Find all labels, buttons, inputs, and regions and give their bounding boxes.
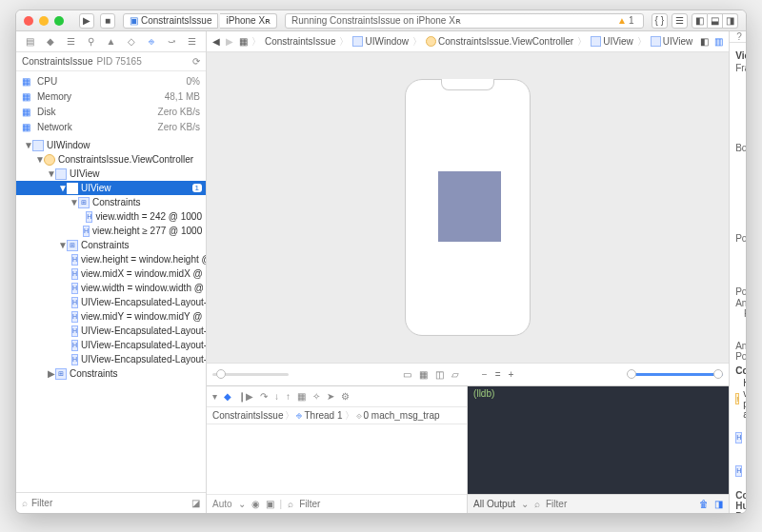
debug-view-icon[interactable]: ▦ bbox=[297, 391, 306, 402]
step-out-icon[interactable]: ↑ bbox=[286, 391, 291, 402]
toggle-debug-button[interactable]: ⬓ bbox=[708, 13, 723, 29]
navigator-filter-input[interactable] bbox=[31, 498, 191, 508]
refresh-icon[interactable]: ⟳ bbox=[192, 56, 200, 67]
eye-icon[interactable]: ◉ bbox=[251, 499, 260, 509]
clip-icon[interactable]: ▭ bbox=[403, 369, 411, 380]
gauge-cpu[interactable]: ▦CPU0% bbox=[22, 73, 200, 89]
adjust-editor-button[interactable]: ◧ bbox=[698, 36, 711, 47]
back-button[interactable]: ◀ bbox=[211, 36, 222, 47]
tree-row-selected[interactable]: ▼UIView1 bbox=[16, 181, 206, 195]
tree-row[interactable]: ▼⊞Constraints bbox=[16, 238, 206, 252]
process-header[interactable]: ConstraintsIssue PID 75165 ⟳ bbox=[16, 52, 206, 71]
stop-button[interactable]: ■ bbox=[100, 13, 115, 29]
variables-filter-input[interactable] bbox=[299, 499, 461, 509]
tree-row[interactable]: ▼⊞Constraints bbox=[16, 195, 206, 209]
console-filter-input[interactable] bbox=[546, 499, 693, 509]
memory-graph-icon[interactable]: ✧ bbox=[312, 391, 320, 402]
gauge-disk[interactable]: ▦DiskZero KB/s bbox=[22, 104, 200, 119]
layers-icon[interactable]: ▱ bbox=[451, 369, 459, 380]
warning-icon: ! bbox=[735, 393, 739, 404]
jump-seg[interactable]: ConstraintsIssue.ViewController bbox=[424, 36, 575, 47]
tree-row[interactable]: HUIView-Encapsulated-Layout-… bbox=[16, 338, 206, 352]
jump-seg[interactable]: ConstraintsIssue bbox=[263, 36, 337, 47]
jump-seg[interactable]: UIView bbox=[649, 36, 695, 47]
tree-row[interactable]: Hview.midX = window.midX @ 1… bbox=[16, 266, 206, 281]
debug-breadcrumb[interactable]: ConstraintsIssue〉 ⎆Thread 1〉 ⟐0 mach_msg… bbox=[207, 407, 467, 424]
navigator-tabs[interactable]: ▤ ◆ ☰ ⚲ ▲ ◇ ⎆ ⤻ ☰ bbox=[16, 31, 206, 52]
orient-3d-icon[interactable]: ◫ bbox=[435, 369, 444, 380]
selected-uiview[interactable] bbox=[438, 171, 501, 242]
toggle-inspector-button[interactable]: ◨ bbox=[723, 13, 738, 29]
process-pid: PID 75165 bbox=[96, 56, 141, 67]
tree-row[interactable]: Hview.midY = window.midY @ 1… bbox=[16, 309, 206, 324]
toggle-split-icon[interactable]: ◨ bbox=[714, 499, 723, 509]
tree-row[interactable]: Hview.width = window.width @ 1… bbox=[16, 281, 206, 295]
jump-bar[interactable]: ◀ ▶ ▦ 〉 ConstraintsIssue〉 UIWindow〉 Cons… bbox=[207, 31, 729, 52]
zoom-in-button[interactable]: + bbox=[509, 369, 514, 380]
variables-scope-label[interactable]: Auto bbox=[212, 499, 232, 509]
find-nav-icon[interactable]: ⚲ bbox=[84, 36, 97, 47]
gauge-memory[interactable]: ▦Memory48,1 MB bbox=[22, 89, 200, 104]
constraint-item[interactable]: Hself.height ≥ 277 @ 1000 bbox=[735, 455, 740, 486]
help-inspector-icon[interactable]: ? bbox=[736, 31, 742, 42]
breakpoints-icon[interactable]: ◆ bbox=[224, 391, 231, 402]
toggle-navigator-button[interactable]: ◧ bbox=[692, 13, 708, 29]
filter-scope-icon[interactable]: ◪ bbox=[191, 498, 200, 508]
env-icon[interactable]: ⚙ bbox=[341, 391, 350, 402]
editor-options-button[interactable]: ☰ bbox=[672, 13, 688, 29]
tree-row[interactable]: Hview.width = 242 @ 1000 bbox=[16, 209, 206, 224]
zoom-out-button[interactable]: − bbox=[482, 369, 488, 380]
issue-badge[interactable]: ▲1 bbox=[614, 15, 636, 26]
scheme-selector[interactable]: ▣ConstraintsIssue iPhone Xʀ bbox=[123, 13, 277, 29]
step-in-icon[interactable]: ↓ bbox=[274, 391, 279, 402]
output-scope-label[interactable]: All Output bbox=[473, 499, 515, 509]
console-output[interactable]: (lldb) bbox=[468, 386, 729, 494]
hierarchy-icon[interactable]: ▦ bbox=[237, 36, 250, 47]
tree-row[interactable]: ▼ConstraintsIssue.ViewController bbox=[16, 152, 206, 167]
tree-row[interactable]: Hview.height ≥ 277 @ 1000 bbox=[16, 224, 206, 238]
breakpoint-nav-icon[interactable]: ⤻ bbox=[165, 36, 178, 47]
library-button[interactable]: { } bbox=[652, 13, 668, 29]
test-nav-icon[interactable]: ◇ bbox=[125, 36, 138, 47]
report-nav-icon[interactable]: ☰ bbox=[185, 36, 198, 47]
constraint-warning[interactable]: !Height and vertical position are ambigu… bbox=[735, 378, 740, 420]
tree-row[interactable]: ▼UIWindow bbox=[16, 138, 206, 152]
forward-button[interactable]: ▶ bbox=[224, 36, 235, 47]
close-icon[interactable] bbox=[24, 16, 33, 26]
run-button[interactable]: ▶ bbox=[79, 13, 94, 29]
minimize-icon[interactable] bbox=[39, 16, 49, 26]
location-icon[interactable]: ➤ bbox=[327, 391, 334, 402]
tree-row[interactable]: HUIView-Encapsulated-Layout-L… bbox=[16, 295, 206, 309]
tree-row[interactable]: HUIView-Encapsulated-Layout-T… bbox=[16, 324, 206, 338]
zoom-icon[interactable] bbox=[54, 16, 64, 26]
tree-row[interactable]: ▼UIView bbox=[16, 167, 206, 181]
constraints-icon[interactable]: ▦ bbox=[419, 369, 428, 380]
quicklook-icon[interactable]: ▣ bbox=[266, 499, 274, 509]
debug-nav-icon[interactable]: ⎆ bbox=[145, 36, 158, 47]
toggle-debug-icon[interactable]: ▾ bbox=[212, 391, 217, 402]
clear-console-button[interactable]: 🗑 bbox=[699, 499, 709, 509]
inspector-tabs[interactable]: ▭ ? ▯ bbox=[730, 31, 746, 43]
variables-view: ▾ ◆ ❙▶ ↷ ↓ ↑ ▦ ✧ ➤ ⚙ ConstraintsIssue〉 ⎆… bbox=[207, 386, 468, 513]
step-over-icon[interactable]: ↷ bbox=[260, 391, 268, 402]
issue-nav-icon[interactable]: ▲ bbox=[104, 36, 117, 47]
jump-seg[interactable]: UIWindow bbox=[351, 36, 411, 47]
tree-row[interactable]: HUIView-Encapsulated-Layout-… bbox=[16, 352, 206, 366]
xcode-window: ▶ ■ ▣ConstraintsIssue iPhone Xʀ Running … bbox=[15, 10, 747, 514]
gauge-network[interactable]: ▦NetworkZero KB/s bbox=[22, 119, 200, 134]
tree-row[interactable]: ▶⊞Constraints bbox=[16, 366, 206, 381]
range-slider[interactable] bbox=[628, 373, 723, 376]
tree-row[interactable]: Hview.height = window.height @… bbox=[16, 252, 206, 266]
add-editor-button[interactable]: ▥ bbox=[712, 36, 725, 47]
source-nav-icon[interactable]: ◆ bbox=[44, 36, 57, 47]
project-nav-icon[interactable]: ▤ bbox=[24, 36, 37, 47]
constraint-item[interactable]: Hself.width = 242 @ 1000 bbox=[735, 422, 740, 453]
depth-slider[interactable] bbox=[212, 373, 289, 376]
scope-chevron-icon[interactable]: ⌄ bbox=[238, 499, 246, 509]
jump-seg[interactable]: UIView bbox=[589, 36, 635, 47]
zoom-reset-button[interactable]: = bbox=[495, 369, 501, 380]
continue-icon[interactable]: ❙▶ bbox=[238, 391, 253, 402]
scope-chevron-icon[interactable]: ⌄ bbox=[521, 499, 529, 509]
canvas[interactable] bbox=[207, 52, 729, 363]
symbol-nav-icon[interactable]: ☰ bbox=[64, 36, 77, 47]
